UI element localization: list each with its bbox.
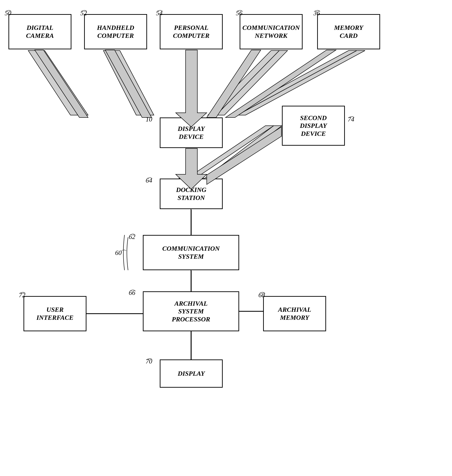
svg-marker-26 (176, 50, 207, 127)
docking-station-label: DOCKINGSTATION (176, 186, 206, 201)
display-device-label: DISPLAYDEVICE (178, 125, 205, 141)
archival-memory-box: ARCHIVALMEMORY (263, 296, 326, 331)
svg-marker-25 (105, 50, 152, 117)
svg-marker-9 (208, 51, 279, 115)
arrow-handheld-computer (105, 50, 152, 117)
memory-card-box: MEMORYCARD (317, 14, 380, 49)
communication-system-box: COMMUNICATIONSYSTEM (143, 235, 239, 270)
svg-marker-24 (35, 50, 88, 117)
digital-camera-label: DIGITALCAMERA (26, 24, 54, 40)
communication-system-label: COMMUNICATIONSYSTEM (162, 245, 220, 260)
memory-card-label: MEMORYCARD (334, 24, 363, 40)
display-box: DISPLAY (160, 359, 223, 388)
svg-marker-10 (216, 51, 287, 115)
svg-marker-27 (207, 50, 261, 117)
svg-marker-3 (112, 51, 154, 115)
svg-rect-6 (186, 51, 187, 114)
svg-marker-12 (237, 51, 365, 115)
arrow-personal-computer (176, 50, 207, 127)
communication-network-box: COMMUNICATIONNETWORK (240, 14, 303, 49)
display-device-box: DISPLAYDEVICE (160, 117, 223, 148)
docking-station-box: DOCKINGSTATION (160, 179, 223, 209)
archival-system-processor-box: ARCHIVALSYSTEMPROCESSOR (143, 291, 239, 331)
svg-rect-5 (196, 51, 196, 114)
svg-rect-13 (187, 149, 196, 175)
svg-marker-0 (28, 51, 80, 115)
arrow-comm-network (207, 50, 261, 117)
diagram-container: DIGITALCAMERA 50 ⌒ HANDHELDCOMPUTER 52 ⌒… (0, 0, 452, 476)
arrow-digital-camera (35, 50, 88, 117)
svg-marker-1 (36, 51, 88, 115)
handheld-computer-box: HANDHELDCOMPUTER (84, 14, 147, 49)
svg-rect-4 (187, 51, 196, 114)
handheld-computer-label: HANDHELDCOMPUTER (97, 24, 134, 40)
personal-computer-box: PERSONALCOMPUTER (160, 14, 223, 49)
svg-marker-11 (229, 51, 357, 115)
second-display-device-label: SECONDDISPLAYDEVICE (300, 114, 327, 138)
personal-computer-label: PERSONALCOMPUTER (173, 24, 210, 40)
second-display-device-box: SECONDDISPLAYDEVICE (282, 106, 345, 146)
digital-camera-box: DIGITALCAMERA (8, 14, 71, 49)
svg-marker-2 (103, 51, 146, 115)
archival-memory-label: ARCHIVALMEMORY (278, 306, 311, 322)
communication-network-label: COMMUNICATIONNETWORK (242, 24, 300, 40)
user-interface-box: USERINTERFACE (24, 296, 86, 331)
user-interface-label: USERINTERFACE (36, 306, 73, 322)
display-label: DISPLAY (178, 369, 205, 378)
archival-system-processor-label: ARCHIVALSYSTEMPROCESSOR (172, 300, 210, 323)
